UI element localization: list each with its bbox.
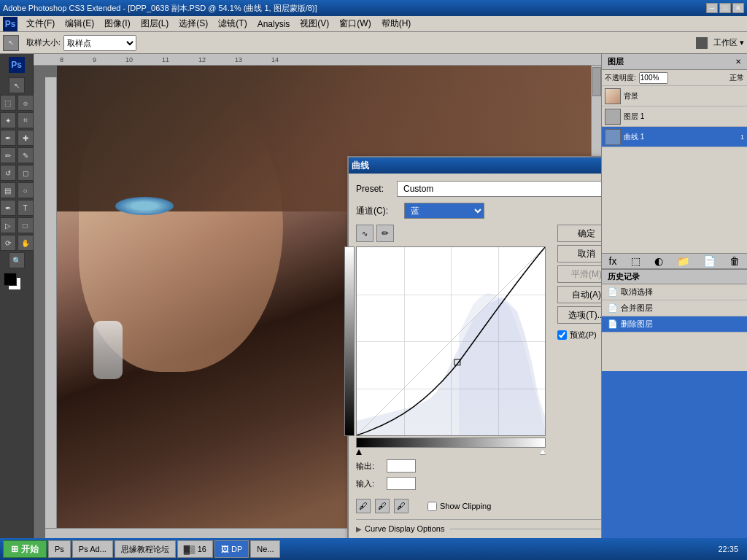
history-icon-1: 📄	[608, 287, 618, 297]
curves-body: Preset: Custom ≡ 通道(C): 蓝	[349, 174, 601, 538]
menu-select[interactable]: 选择(S)	[174, 16, 212, 31]
layers-action-bar: fx ⬚ ◐ 📁 📄 🗑	[602, 253, 747, 269]
tool-move[interactable]: ↖	[9, 77, 25, 93]
curves-main-content: ∿ ✏	[356, 225, 601, 513]
opacity-input[interactable]	[639, 72, 668, 84]
cancel-button[interactable]: 取消	[557, 245, 601, 262]
taskbar-ps[interactable]: Ps	[48, 540, 71, 558]
tool-cursor-icon[interactable]: ↖	[3, 35, 19, 51]
history-item-3[interactable]: 📄 删除图层	[602, 316, 747, 332]
tool-hand[interactable]: ✋	[18, 235, 34, 251]
eyedropper-row: 🖋 🖋 🖋 Show Clipping	[356, 499, 546, 513]
auto-button[interactable]: 自动(A)	[557, 286, 601, 303]
windows-logo: ⊞	[11, 544, 18, 554]
input-row: 输入:	[356, 477, 546, 490]
curve-tool-pencil[interactable]: ✏	[376, 225, 394, 242]
add-mask-button[interactable]: ⬚	[631, 255, 640, 267]
menu-file[interactable]: 文件(F)	[22, 16, 59, 31]
tool-type[interactable]: T	[18, 200, 34, 216]
preview-checkbox[interactable]	[557, 330, 567, 340]
tool-marquee[interactable]: ⬚	[0, 95, 16, 111]
channel-select[interactable]: 蓝	[404, 203, 484, 219]
layer-thumb-1	[605, 88, 621, 104]
taskbar-ne[interactable]: Ne...	[250, 540, 280, 558]
tool-path-select[interactable]: ▷	[0, 217, 16, 233]
layers-menu-icon[interactable]: ✕	[735, 58, 741, 66]
tool-zoom[interactable]: 🔍	[9, 252, 25, 268]
white-eyedropper[interactable]: 🖋	[394, 499, 409, 513]
menu-window[interactable]: 窗口(W)	[335, 16, 375, 31]
layer-mask-indicator: 1	[740, 133, 744, 141]
layer-item-2[interactable]: 图层 1	[602, 106, 747, 127]
history-label-3: 删除图层	[621, 319, 653, 330]
smooth-button[interactable]: 平滑(M)	[557, 265, 601, 283]
layer-name-1: 背景	[624, 91, 638, 101]
workspace-label[interactable]: 工作区 ▾	[713, 37, 744, 48]
tool-brush[interactable]: ✏	[0, 147, 16, 163]
history-item-2[interactable]: 📄 合并图层	[602, 300, 747, 316]
scrollbar-thumb-v[interactable]	[592, 67, 601, 96]
black-eyedropper[interactable]: 🖋	[356, 499, 371, 513]
history-label-1: 取消选择	[621, 287, 653, 298]
menu-edit[interactable]: 编辑(E)	[61, 16, 98, 31]
menu-analysis[interactable]: Analysis	[253, 18, 295, 31]
color-selector[interactable]	[4, 273, 30, 295]
gray-eyedropper[interactable]: 🖋	[375, 499, 390, 513]
right-panel: 图层 ✕ 不透明度: 正常 背景 图层 1 曲线 1 1	[601, 54, 747, 538]
curve-tool-node[interactable]: ∿	[356, 225, 374, 242]
menu-filter[interactable]: 滤镜(T)	[214, 16, 251, 31]
show-clipping-checkbox[interactable]	[427, 502, 437, 511]
tool-crop[interactable]: ⌗	[18, 112, 34, 128]
ok-button[interactable]: 确定	[557, 225, 601, 242]
curves-right-buttons: 确定 取消 平滑(M) 自动(A) 选项(T)... 预览(P)	[557, 225, 601, 513]
taskbar-forum[interactable]: 思缘教程论坛	[115, 540, 176, 558]
menu-help[interactable]: 帮助(H)	[377, 16, 416, 31]
curves-graph[interactable]	[356, 246, 546, 436]
start-button[interactable]: ⊞ 开始	[3, 540, 47, 558]
taskbar-item-16[interactable]: ▓▒ 16	[177, 540, 213, 558]
menu-layer[interactable]: 图层(L)	[136, 16, 174, 31]
close-button[interactable]: ✕	[732, 3, 744, 13]
layer-name-2: 图层 1	[624, 112, 644, 122]
layers-controls: 不透明度: 正常	[602, 70, 747, 86]
black-slider[interactable]	[356, 449, 362, 455]
adjustment-layer-button[interactable]: ◐	[654, 255, 663, 267]
input-input[interactable]	[387, 477, 416, 490]
history-item-1[interactable]: 📄 取消选择	[602, 284, 747, 300]
delete-layer-button[interactable]: 🗑	[729, 255, 740, 267]
tool-eraser[interactable]: ◻	[18, 165, 34, 181]
layer-item-1[interactable]: 背景	[602, 86, 747, 106]
sample-size-select[interactable]: 取样点	[63, 35, 136, 51]
new-group-button[interactable]: 📁	[677, 255, 689, 267]
tool-healing[interactable]: ✚	[18, 130, 34, 146]
tool-history-brush[interactable]: ↺	[0, 165, 16, 181]
menu-image[interactable]: 图像(I)	[100, 16, 134, 31]
history-panel: 历史记录 📄 取消选择 📄 合并图层 📄 删除图层	[602, 269, 747, 371]
tool-gradient[interactable]: ▤	[0, 182, 16, 198]
tool-dodge[interactable]: ○	[18, 182, 34, 198]
tool-pen[interactable]: ✒	[0, 200, 16, 216]
fx-button[interactable]: fx	[609, 255, 617, 267]
preset-row: Preset: Custom ≡	[356, 181, 601, 197]
taskbar-ps-ad[interactable]: Ps Ad...	[72, 540, 113, 558]
start-label: 开始	[21, 543, 39, 556]
tool-clone[interactable]: ✎	[18, 147, 34, 163]
menu-view[interactable]: 视图(V)	[295, 16, 333, 31]
tool-shape[interactable]: □	[18, 217, 34, 233]
tool-lasso[interactable]: ⌾	[18, 95, 34, 111]
preset-select[interactable]: Custom	[397, 181, 601, 197]
taskbar-dp[interactable]: 🖼 DP	[214, 540, 249, 558]
tool-3d-rotate[interactable]: ⟳	[0, 235, 16, 251]
output-input[interactable]	[387, 459, 416, 472]
options-button[interactable]: 选项(T)...	[557, 306, 601, 324]
layers-tab: 图层 ✕	[602, 54, 747, 70]
curve-display-options[interactable]: ▶ Curve Display Options	[356, 519, 601, 533]
tool-eyedropper[interactable]: ✒	[0, 130, 16, 146]
layer-item-3[interactable]: 曲线 1 1	[602, 127, 747, 147]
restore-button[interactable]: □	[719, 3, 731, 13]
tool-magic-wand[interactable]: ✦	[0, 112, 16, 128]
new-layer-button[interactable]: 📄	[703, 255, 716, 267]
white-slider[interactable]	[540, 449, 546, 455]
blue-accent-panel	[602, 371, 747, 538]
minimize-button[interactable]: ─	[706, 3, 718, 13]
